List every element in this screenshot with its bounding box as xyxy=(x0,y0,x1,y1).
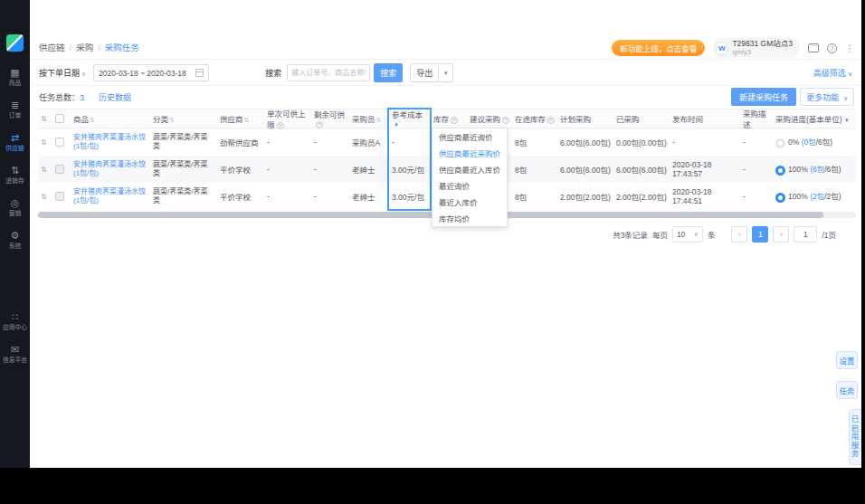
in-transit-cell: 8包 xyxy=(512,164,557,175)
more-menu-icon[interactable] xyxy=(845,43,854,53)
prev-page-button[interactable] xyxy=(731,226,747,242)
col-header-ref-cost[interactable]: 参考成本 xyxy=(389,109,431,128)
product-link[interactable]: 安井猪肉荠菜灌汤水饺(1包/包) xyxy=(73,133,147,152)
row-order-sort-icon[interactable] xyxy=(41,115,47,123)
info-icon[interactable] xyxy=(451,117,458,124)
sidebar-item-orders[interactable]: 订单 xyxy=(0,100,30,120)
chevron-down-icon xyxy=(848,71,852,77)
history-data-link[interactable]: 历史数据 xyxy=(99,91,131,103)
supplier-cell: 劲帮供应商 xyxy=(217,137,264,147)
planned-cell: 6.00包(6.00包) xyxy=(557,137,613,147)
row-drag-icon[interactable] xyxy=(41,138,47,147)
message-icon[interactable] xyxy=(808,43,819,52)
sidebar-item-info-platform[interactable]: 信息平台 xyxy=(0,344,30,365)
export-button[interactable]: 导出 xyxy=(410,63,439,82)
progress-cell: 100% (2包/2包) xyxy=(773,190,856,202)
main-area: 供应链采购采购任务 新功能上线，点击查看 T29831 GM站点3 qmty3 … xyxy=(30,0,861,468)
ref-cost-dropdown-menu: 供应商最近询价 供应商最近采购价 供应商最近入库价 最近询价 最近入库价 库存均… xyxy=(432,128,508,227)
sidebar-item-inventory[interactable]: 进销存 xyxy=(0,165,30,185)
sidebar-item-app-center[interactable]: 应用中心 xyxy=(0,311,30,332)
system-icon xyxy=(0,230,30,241)
new-feature-promo-button[interactable]: 新功能上线，点击查看 xyxy=(612,40,705,56)
app-logo[interactable] xyxy=(6,34,24,52)
page-jump-input[interactable]: 1 xyxy=(794,226,817,242)
filter-caret-icon[interactable] xyxy=(394,122,399,128)
category-cell: 蔬菜/荠菜类/荠菜类 xyxy=(150,187,217,206)
calendar-icon xyxy=(195,69,204,77)
more-functions-button[interactable]: 更多功能 xyxy=(800,88,854,106)
row-checkbox[interactable] xyxy=(55,138,64,147)
ref-cost-cell: - xyxy=(389,138,431,147)
info-icon[interactable] xyxy=(316,121,323,128)
menu-item-supplier-latest-inbound-price[interactable]: 供应商最近入库价 xyxy=(432,161,507,177)
col-header-purchased: 已采购 xyxy=(613,113,670,124)
unit-label: 条 xyxy=(708,229,716,240)
filter-caret-icon[interactable] xyxy=(844,118,850,123)
select-all-checkbox[interactable] xyxy=(55,114,64,123)
app-center-icon xyxy=(0,311,30,322)
task-count: 3 xyxy=(80,93,84,102)
col-header-product[interactable]: 商品 xyxy=(71,113,150,124)
breadcrumb-purchase-task: 采购任务 xyxy=(93,43,139,52)
product-link[interactable]: 安井猪肉荠菜灌汤水饺(1包/包) xyxy=(73,187,147,206)
menu-item-supplier-latest-quote[interactable]: 供应商最近询价 xyxy=(432,128,507,145)
info-icon[interactable] xyxy=(277,122,284,129)
menu-item-latest-inbound-price[interactable]: 最近入库价 xyxy=(432,194,507,210)
app-window: 供应链采购采购任务 新功能上线，点击查看 T29831 GM站点3 qmty3 … xyxy=(0,0,861,468)
col-header-remaining: 剩余可供 xyxy=(311,109,349,128)
pagination: 共3条记录 每页 10 条 1 1 /1页 xyxy=(613,226,836,242)
category-cell: 蔬菜/荠菜类/荠菜类 xyxy=(150,133,217,152)
menu-item-latest-quote[interactable]: 最近询价 xyxy=(432,177,507,194)
breadcrumb-purchase[interactable]: 采购 xyxy=(65,43,94,52)
help-icon[interactable] xyxy=(827,43,837,53)
settings-float-button[interactable]: 设置 xyxy=(836,351,858,369)
max-supply-cell: - xyxy=(264,192,311,201)
new-purchase-task-button[interactable]: 新建采购任务 xyxy=(731,88,796,106)
col-header-purchaser[interactable]: 采购员 xyxy=(349,113,389,124)
menu-item-stock-average-price[interactable]: 库存均价 xyxy=(432,210,507,226)
sidebar-item-supply-chain[interactable]: 供应链 xyxy=(0,132,30,153)
scrollbar-thumb[interactable] xyxy=(38,212,823,218)
filter-bar: 按下单日期 2020-03-18 ~ 2020-03-18 搜索 搜索 导出 高… xyxy=(30,61,861,86)
col-header-category[interactable]: 分类 xyxy=(150,113,217,124)
search-input[interactable] xyxy=(287,64,370,81)
account-chip[interactable]: T29831 GM站点3 qmty3 xyxy=(713,38,800,58)
sidebar-item-marketing[interactable]: 营销 xyxy=(0,197,30,218)
purchaser-cell: 老绅士 xyxy=(349,191,389,202)
col-header-stock: 库存 xyxy=(431,113,467,124)
advanced-filter-link[interactable]: 高级筛选 xyxy=(813,67,852,79)
ref-cost-cell: 3.00元/包 xyxy=(389,164,431,175)
row-drag-icon[interactable] xyxy=(41,193,47,201)
search-label: 搜索 xyxy=(265,67,281,79)
per-page-select[interactable]: 10 xyxy=(672,226,703,242)
max-supply-cell: - xyxy=(264,138,311,147)
enabled-service-side-tab[interactable]: 已启用服务 xyxy=(849,409,861,465)
info-icon[interactable] xyxy=(502,117,509,124)
col-header-progress[interactable]: 采购进度(基本单位) xyxy=(773,113,856,124)
remaining-cell: - xyxy=(311,192,349,201)
breadcrumb-supply-chain[interactable]: 供应链 xyxy=(39,43,65,52)
tasks-float-button[interactable]: 任务 xyxy=(836,381,858,399)
records-summary: 共3条记录 xyxy=(613,229,648,240)
product-link[interactable]: 安井猪肉荠菜灌汤水饺(1包/包) xyxy=(73,160,147,179)
info-icon[interactable] xyxy=(547,117,555,124)
sidebar-item-system[interactable]: 系统 xyxy=(0,230,30,251)
page-1-button[interactable]: 1 xyxy=(752,226,768,242)
next-page-button[interactable] xyxy=(773,226,789,242)
sidebar-item-goods[interactable]: 商品 xyxy=(0,67,30,88)
col-header-supplier[interactable]: 供应商 xyxy=(217,113,264,124)
sort-icon xyxy=(376,117,382,123)
in-transit-cell: 8包 xyxy=(512,191,557,202)
date-range-input[interactable]: 2020-03-18 ~ 2020-03-18 xyxy=(93,64,209,81)
search-button[interactable]: 搜索 xyxy=(374,63,403,82)
publish-time-cell: - xyxy=(670,138,740,147)
date-type-select[interactable]: 按下单日期 xyxy=(39,67,86,79)
description-cell: - xyxy=(740,138,773,147)
chevron-down-icon xyxy=(843,95,848,101)
chevron-down-icon xyxy=(81,71,86,77)
row-drag-icon[interactable] xyxy=(41,166,47,174)
export-dropdown-caret[interactable] xyxy=(439,63,453,82)
sidebar-nav-bottom: 应用中心 信息平台 xyxy=(0,311,30,376)
purchaser-cell: 老绅士 xyxy=(349,164,389,175)
menu-item-supplier-latest-purchase-price[interactable]: 供应商最近采购价 xyxy=(432,145,507,161)
